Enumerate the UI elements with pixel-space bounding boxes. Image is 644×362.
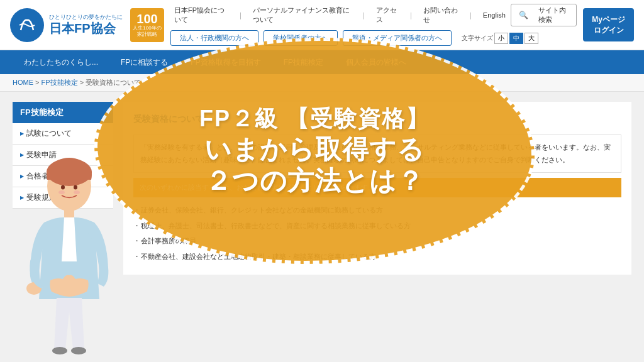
blob-line1: FP２級 【受験資格】	[199, 104, 430, 134]
logo-circle	[10, 8, 44, 42]
logo-100-num: 100	[136, 13, 157, 25]
person-illustration	[6, 136, 132, 362]
logo-100-text1: 人生100年の	[133, 25, 161, 31]
overlay-blob: FP２級 【受験資格】 いまから取得する ２つの方法とは？	[94, 38, 535, 264]
nav-link-contact[interactable]: お問い合わせ	[419, 6, 462, 25]
search-box[interactable]: 🔍 サイト内検索	[511, 4, 577, 26]
blob-text: FP２級 【受験資格】 いまから取得する ２つの方法とは？	[199, 104, 430, 197]
search-icon: 🔍	[515, 11, 532, 19]
mypage-button[interactable]: Myページ ログイン	[583, 8, 634, 42]
logo-100-text2: 家計戦略	[137, 31, 157, 38]
nav-link-about[interactable]: 日本FP協会について	[170, 6, 232, 25]
nav-link-education[interactable]: パーソナルファイナンス教育について	[249, 6, 355, 25]
breadcrumb-home[interactable]: HOME	[13, 79, 33, 86]
svg-point-3	[61, 185, 65, 190]
svg-point-4	[74, 185, 77, 190]
mypage-line1: Myページ	[592, 15, 625, 24]
blob-line2: いまから取得する	[199, 134, 430, 165]
svg-point-9	[52, 347, 67, 354]
nav-link-english[interactable]: English	[479, 11, 509, 19]
breadcrumb-exam[interactable]: FP技能検定	[42, 79, 78, 86]
svg-point-10	[71, 347, 86, 354]
search-label: サイト内検索	[535, 6, 572, 25]
logo-100-badge: 100 人生100年の 家計戦略	[130, 8, 164, 42]
logo-area: ひとりひとりの夢をかたちに 日本FP協会 100 人生100年の 家計戦略	[10, 8, 164, 42]
nav-link-access[interactable]: アクセス	[372, 6, 403, 25]
blob-line3: ２つの方法とは？	[199, 165, 430, 197]
svg-point-5	[58, 190, 65, 194]
header-nav-top: 日本FP協会について ｜ パーソナルファイナンス教育について ｜ アクセス ｜ …	[170, 4, 577, 26]
logo-main: 日本FP協会	[49, 21, 123, 36]
mypage-line2: ログイン	[594, 26, 624, 35]
logo-subtitle: ひとりひとりの夢をかたちに	[49, 14, 123, 21]
logo-text-area: ひとりひとりの夢をかたちに 日本FP協会	[49, 14, 123, 36]
svg-point-6	[74, 190, 80, 194]
